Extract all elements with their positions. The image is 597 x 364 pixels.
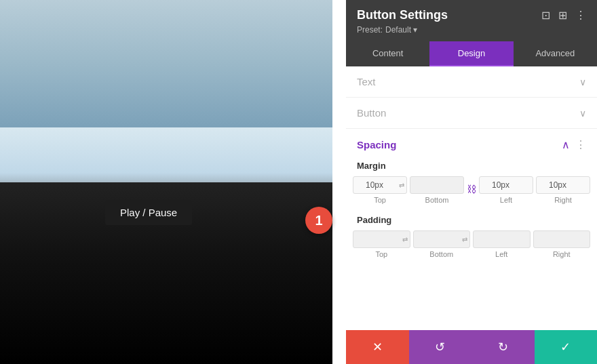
button-section-label: Button (357, 107, 386, 119)
padding-left-input[interactable] (473, 230, 531, 248)
margin-bottom-group: Bottom (410, 176, 464, 204)
panel-preset: Preset: Default ▾ (357, 25, 586, 35)
text-section-label: Text (357, 76, 376, 87)
margin-top-label: Top (374, 196, 386, 204)
margin-top-group: ⇄ Top (353, 176, 407, 204)
preset-label: Preset: (357, 25, 383, 35)
preset-dropdown[interactable]: Default ▾ (385, 25, 417, 35)
step-badge: 1 (305, 207, 332, 234)
margin-right-wrap (536, 176, 590, 194)
padding-bottom-group: ⇄ Bottom (413, 230, 471, 258)
margin-chain-icon[interactable]: ⛓ (467, 184, 476, 204)
margin-fields-row: ⇄ Top Bottom ⛓ Lef (346, 176, 597, 212)
margin-top-wrap: ⇄ (353, 176, 407, 194)
margin-left-input[interactable] (479, 176, 533, 194)
padding-top-link-icon: ⇄ (402, 236, 408, 243)
grid-icon[interactable]: ⊞ (558, 9, 567, 22)
spacing-section: Spacing ∧ ⋮ Margin ⇄ Top (346, 129, 597, 266)
panel-header-top: Button Settings ⊡ ⊞ ⋮ (357, 8, 586, 22)
padding-top-label: Top (375, 250, 387, 258)
redo-button[interactable]: ↻ (471, 330, 535, 364)
button-section-row[interactable]: Button ∨ (346, 98, 597, 129)
margin-right-group: Right (536, 176, 590, 204)
text-section-arrow: ∨ (579, 77, 586, 87)
save-button[interactable]: ✓ (535, 330, 598, 364)
preset-arrow-icon: ▾ (413, 25, 417, 35)
resize-icon[interactable]: ⊡ (541, 9, 550, 22)
margin-bottom-label: Bottom (425, 196, 449, 204)
text-section-row[interactable]: Text ∨ (346, 66, 597, 98)
padding-top-group: ⇄ Top (353, 230, 410, 258)
spacing-controls: ∧ ⋮ (562, 138, 586, 151)
padding-right-group: Right (533, 230, 591, 258)
bottom-bar: ✕ ↺ ↻ ✓ (346, 330, 597, 364)
margin-label: Margin (346, 158, 597, 176)
tabs: Content Design Advanced (346, 41, 597, 66)
tab-advanced[interactable]: Advanced (514, 41, 597, 66)
padding-left-group: Left (473, 230, 531, 258)
padding-left-label: Left (495, 250, 507, 258)
button-section-arrow: ∨ (579, 108, 586, 119)
spacing-chevron-icon[interactable]: ∧ (562, 138, 570, 151)
tab-content[interactable]: Content (346, 41, 429, 66)
undo-button[interactable]: ↺ (409, 330, 472, 364)
preset-value: Default (385, 25, 411, 35)
padding-left-wrap (473, 230, 531, 248)
margin-bottom-input[interactable] (410, 176, 464, 194)
padding-right-wrap (533, 230, 591, 248)
panel-body: Text ∨ Button ∨ Spacing ∧ ⋮ Margin (346, 66, 597, 330)
margin-top-link-icon: ⇄ (399, 182, 404, 189)
padding-label: Padding (346, 212, 597, 230)
play-pause-button[interactable]: Play / Pause (105, 200, 192, 225)
background-area: Play / Pause (0, 0, 332, 364)
spacing-title: Spacing (357, 139, 396, 150)
tab-design[interactable]: Design (429, 41, 513, 66)
margin-bottom-wrap (410, 176, 464, 194)
padding-right-input[interactable] (533, 230, 591, 248)
margin-left-label: Left (500, 196, 512, 204)
more-icon[interactable]: ⋮ (575, 9, 586, 22)
padding-fields-row: ⇄ Top ⇄ Bottom Left (346, 230, 597, 266)
margin-left-group: Left (479, 176, 533, 204)
padding-top-wrap: ⇄ (353, 230, 410, 248)
padding-bottom-wrap: ⇄ (413, 230, 471, 248)
cancel-button[interactable]: ✕ (346, 330, 409, 364)
spacing-header: Spacing ∧ ⋮ (346, 129, 597, 158)
padding-right-label: Right (553, 250, 571, 258)
settings-panel: Button Settings ⊡ ⊞ ⋮ Preset: Default ▾ … (346, 0, 597, 364)
panel-title: Button Settings (357, 8, 448, 22)
spacing-more-icon[interactable]: ⋮ (575, 138, 586, 151)
margin-left-wrap (479, 176, 533, 194)
padding-bottom-link-icon: ⇄ (462, 236, 467, 243)
panel-header-icons: ⊡ ⊞ ⋮ (541, 9, 586, 22)
padding-bottom-label: Bottom (429, 250, 453, 258)
margin-right-label: Right (554, 196, 572, 204)
margin-right-input[interactable] (536, 176, 590, 194)
panel-header: Button Settings ⊡ ⊞ ⋮ Preset: Default ▾ (346, 0, 597, 41)
